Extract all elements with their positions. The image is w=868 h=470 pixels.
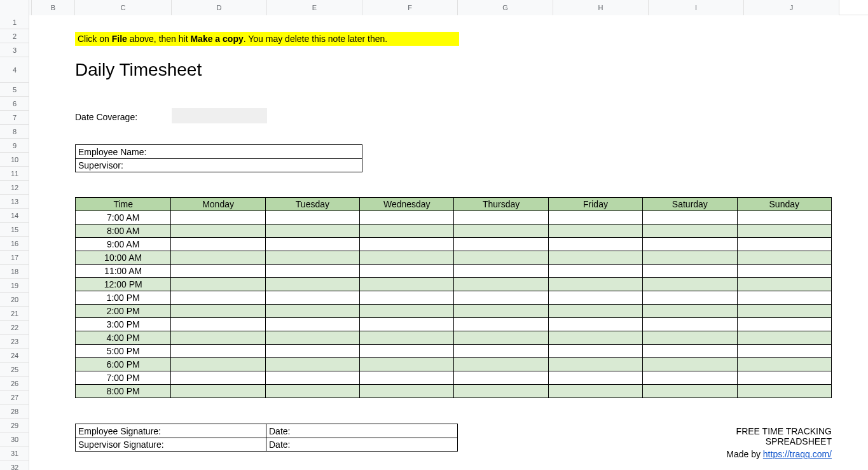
- entry-cell[interactable]: [265, 331, 359, 345]
- entry-cell[interactable]: [643, 225, 737, 238]
- entry-cell[interactable]: [643, 358, 737, 371]
- entry-cell[interactable]: [171, 385, 265, 398]
- time-cell[interactable]: 11:00 AM: [76, 265, 171, 278]
- entry-cell[interactable]: [360, 211, 454, 225]
- row-header-15[interactable]: 15: [0, 223, 29, 237]
- col-header-c[interactable]: C: [75, 0, 172, 15]
- entry-cell[interactable]: [360, 278, 454, 291]
- entry-cell[interactable]: [171, 278, 265, 291]
- ts-header-tuesday[interactable]: Tuesday: [265, 198, 359, 211]
- entry-cell[interactable]: [360, 318, 454, 331]
- entry-cell[interactable]: [454, 345, 548, 358]
- ts-header-saturday[interactable]: Saturday: [643, 198, 737, 211]
- entry-cell[interactable]: [643, 278, 737, 291]
- entry-cell[interactable]: [548, 371, 642, 385]
- row-header-31[interactable]: 31: [0, 446, 29, 460]
- entry-cell[interactable]: [360, 331, 454, 345]
- entry-cell[interactable]: [737, 265, 831, 278]
- row-header-29[interactable]: 29: [0, 418, 29, 432]
- entry-cell[interactable]: [265, 345, 359, 358]
- row-header-14[interactable]: 14: [0, 209, 29, 223]
- supervisor-row[interactable]: Supervisor:: [76, 158, 362, 172]
- row-header-12[interactable]: 12: [0, 181, 29, 195]
- employee-signature-date[interactable]: Date:: [266, 424, 457, 438]
- entry-cell[interactable]: [548, 318, 642, 331]
- time-cell[interactable]: 10:00 AM: [76, 251, 171, 265]
- row-header-18[interactable]: 18: [0, 265, 29, 279]
- entry-cell[interactable]: [360, 358, 454, 371]
- entry-cell[interactable]: [737, 291, 831, 305]
- time-cell[interactable]: 12:00 PM: [76, 278, 171, 291]
- entry-cell[interactable]: [265, 265, 359, 278]
- time-cell[interactable]: 7:00 AM: [76, 211, 171, 225]
- grid-area[interactable]: Click on File above, then hit Make a cop…: [29, 15, 868, 470]
- entry-cell[interactable]: [265, 251, 359, 265]
- entry-cell[interactable]: [454, 251, 548, 265]
- entry-cell[interactable]: [360, 371, 454, 385]
- time-cell[interactable]: 7:00 PM: [76, 371, 171, 385]
- entry-cell[interactable]: [454, 225, 548, 238]
- row-header-20[interactable]: 20: [0, 293, 29, 307]
- time-cell[interactable]: 2:00 PM: [76, 305, 171, 318]
- entry-cell[interactable]: [454, 238, 548, 251]
- row-header-27[interactable]: 27: [0, 391, 29, 404]
- row-header-16[interactable]: 16: [0, 237, 29, 251]
- entry-cell[interactable]: [643, 331, 737, 345]
- employee-name-row[interactable]: Employee Name:: [76, 145, 362, 158]
- entry-cell[interactable]: [171, 345, 265, 358]
- entry-cell[interactable]: [548, 358, 642, 371]
- entry-cell[interactable]: [454, 305, 548, 318]
- entry-cell[interactable]: [171, 238, 265, 251]
- entry-cell[interactable]: [171, 318, 265, 331]
- entry-cell[interactable]: [737, 318, 831, 331]
- supervisor-signature-label[interactable]: Supervisor Signature:: [76, 438, 266, 451]
- entry-cell[interactable]: [548, 305, 642, 318]
- row-header-32[interactable]: 32: [0, 460, 29, 470]
- entry-cell[interactable]: [737, 238, 831, 251]
- entry-cell[interactable]: [360, 345, 454, 358]
- entry-cell[interactable]: [360, 385, 454, 398]
- time-cell[interactable]: 1:00 PM: [76, 291, 171, 305]
- entry-cell[interactable]: [360, 225, 454, 238]
- row-header-30[interactable]: 30: [0, 432, 29, 446]
- row-header-11[interactable]: 11: [0, 167, 29, 181]
- entry-cell[interactable]: [737, 385, 831, 398]
- entry-cell[interactable]: [171, 305, 265, 318]
- entry-cell[interactable]: [265, 371, 359, 385]
- entry-cell[interactable]: [548, 291, 642, 305]
- col-header-e[interactable]: E: [267, 0, 362, 15]
- row-header-22[interactable]: 22: [0, 321, 29, 335]
- ts-header-time[interactable]: Time: [76, 198, 171, 211]
- entry-cell[interactable]: [171, 291, 265, 305]
- entry-cell[interactable]: [171, 225, 265, 238]
- col-header-h[interactable]: H: [553, 0, 649, 15]
- ts-header-thursday[interactable]: Thursday: [454, 198, 548, 211]
- ts-header-sunday[interactable]: Sunday: [737, 198, 831, 211]
- entry-cell[interactable]: [360, 305, 454, 318]
- entry-cell[interactable]: [643, 265, 737, 278]
- entry-cell[interactable]: [548, 385, 642, 398]
- time-cell[interactable]: 9:00 AM: [76, 238, 171, 251]
- entry-cell[interactable]: [265, 238, 359, 251]
- entry-cell[interactable]: [643, 291, 737, 305]
- time-cell[interactable]: 8:00 PM: [76, 385, 171, 398]
- entry-cell[interactable]: [737, 211, 831, 225]
- entry-cell[interactable]: [737, 305, 831, 318]
- row-header-7[interactable]: 7: [0, 111, 29, 125]
- entry-cell[interactable]: [548, 331, 642, 345]
- supervisor-signature-date[interactable]: Date:: [266, 438, 457, 451]
- entry-cell[interactable]: [737, 345, 831, 358]
- entry-cell[interactable]: [454, 265, 548, 278]
- row-header-25[interactable]: 25: [0, 363, 29, 377]
- entry-cell[interactable]: [643, 211, 737, 225]
- entry-cell[interactable]: [548, 265, 642, 278]
- entry-cell[interactable]: [548, 345, 642, 358]
- ts-header-friday[interactable]: Friday: [548, 198, 642, 211]
- entry-cell[interactable]: [548, 225, 642, 238]
- entry-cell[interactable]: [454, 385, 548, 398]
- entry-cell[interactable]: [454, 331, 548, 345]
- entry-cell[interactable]: [454, 211, 548, 225]
- entry-cell[interactable]: [548, 278, 642, 291]
- entry-cell[interactable]: [643, 371, 737, 385]
- entry-cell[interactable]: [454, 318, 548, 331]
